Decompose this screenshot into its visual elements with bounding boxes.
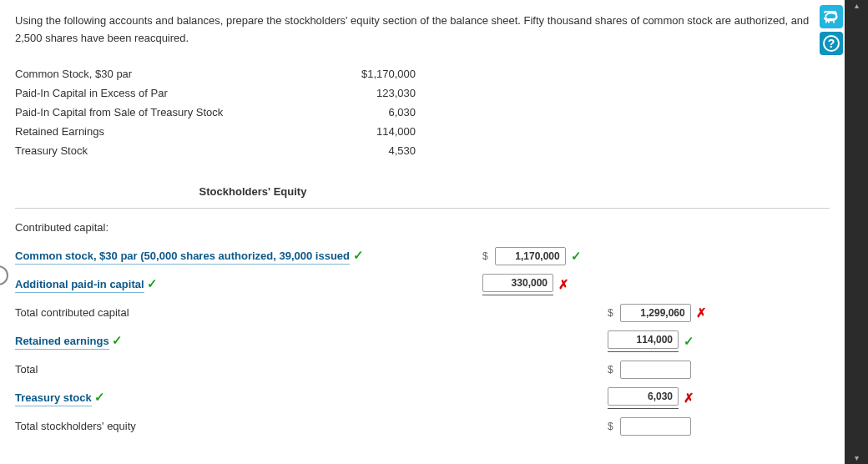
left-decorator-circle <box>0 265 8 285</box>
total-se-label: Total stockholders' equity <box>15 420 482 432</box>
treasury-stock-dropdown[interactable]: Treasury stock <box>15 391 92 406</box>
given-label: Paid-In Capital from Sale of Treasury St… <box>15 103 332 122</box>
contributed-capital-label: Contributed capital: <box>15 221 482 234</box>
check-icon: ✓ <box>353 248 364 263</box>
scroll-down-icon[interactable]: ▾ <box>845 452 868 464</box>
total-input[interactable] <box>620 361 691 379</box>
dollar-sign: $ <box>608 421 613 432</box>
check-icon: ✓ <box>571 249 582 264</box>
given-label: Treasury Stock <box>15 141 332 160</box>
common-stock-dropdown[interactable]: Common stock, $30 par (50,000 shares aut… <box>15 250 350 265</box>
common-stock-input[interactable] <box>495 247 566 265</box>
problem-intro: Using the following accounts and balance… <box>15 13 830 48</box>
cross-icon: ✗ <box>684 391 694 406</box>
dollar-sign: $ <box>608 307 613 319</box>
dollar-sign: $ <box>482 250 488 262</box>
total-label: Total <box>15 363 482 376</box>
given-value: 114,000 <box>332 122 416 141</box>
content-area: Using the following accounts and balance… <box>0 0 845 464</box>
equity-title: Stockholders' Equity <box>15 185 491 203</box>
treasury-stock-input[interactable] <box>608 387 679 406</box>
cross-icon: ✗ <box>558 277 569 292</box>
floating-icons: ? <box>820 5 843 55</box>
retained-earnings-input[interactable] <box>608 330 679 349</box>
given-label: Paid-In Capital in Excess of Par <box>15 83 332 103</box>
given-value: 4,530 <box>332 141 416 160</box>
help-icon[interactable]: ? <box>820 32 843 55</box>
check-icon: ✓ <box>684 334 694 349</box>
check-icon: ✓ <box>112 333 123 348</box>
total-contributed-label: Total contributed capital <box>15 306 482 319</box>
given-label: Common Stock, $30 par <box>15 64 332 83</box>
check-icon: ✓ <box>94 390 105 405</box>
total-se-input[interactable] <box>620 417 691 436</box>
given-accounts-table: Common Stock, $30 par$1,170,000 Paid-In … <box>15 64 416 160</box>
apic-dropdown[interactable]: Additional paid-in capital <box>15 278 144 293</box>
retained-earnings-dropdown[interactable]: Retained earnings <box>15 335 109 350</box>
cross-icon: ✗ <box>696 305 707 320</box>
total-contributed-input[interactable] <box>620 304 691 322</box>
given-value: 123,030 <box>332 83 416 103</box>
given-value: 6,030 <box>332 103 416 122</box>
scroll-up-icon[interactable]: ▴ <box>845 0 868 12</box>
chat-icon[interactable] <box>820 5 843 28</box>
given-label: Retained Earnings <box>15 122 332 141</box>
check-icon: ✓ <box>147 276 158 291</box>
equity-block: Contributed capital: Common stock, $30 p… <box>15 208 830 464</box>
dollar-sign: $ <box>608 364 613 376</box>
right-dark-bar: ▴ ▾ <box>845 0 868 464</box>
given-value: $1,170,000 <box>332 64 416 83</box>
apic-input[interactable] <box>482 274 553 292</box>
